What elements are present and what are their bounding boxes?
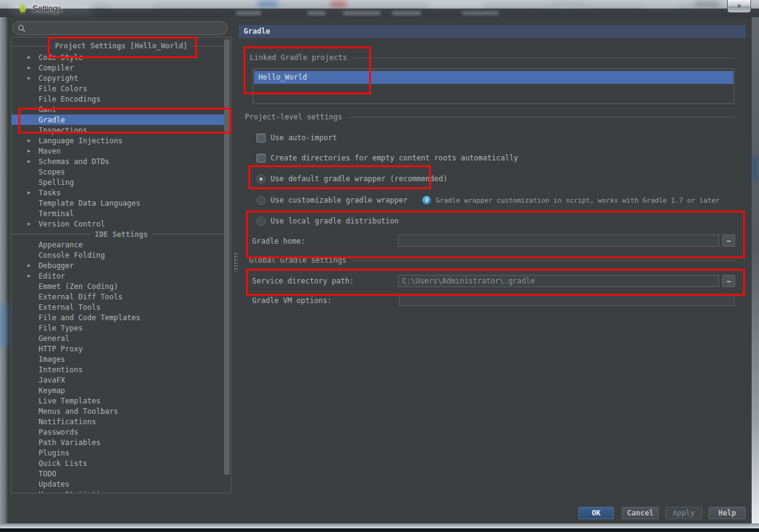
checkbox-use-auto-import[interactable]: Use auto-import	[256, 131, 337, 144]
radio-icon[interactable]	[256, 196, 266, 205]
sidebar-item-tasks[interactable]: ▶Tasks	[12, 187, 231, 198]
apply-button[interactable]: Apply	[665, 507, 702, 519]
sidebar-item-appearance[interactable]: ▶Appearance	[12, 239, 231, 250]
expand-arrow-icon[interactable]: ▶	[28, 138, 39, 143]
sidebar-item-live-templates[interactable]: ▶Live Templates	[12, 395, 231, 406]
sidebar-item-external-tools[interactable]: ▶External Tools	[12, 302, 231, 312]
sidebar-item-file-and-code-templates[interactable]: ▶File and Code Templates	[12, 312, 231, 323]
sidebar-item-code-style[interactable]: ▶Code Style	[12, 52, 231, 62]
sidebar-item-label: Tasks	[39, 189, 61, 197]
sidebar-item-passwords[interactable]: ▶Passwords	[12, 427, 231, 437]
sidebar-item-label: Keymap	[39, 386, 65, 395]
sidebar-item-javafx[interactable]: ▶JavaFX	[12, 375, 231, 385]
sidebar-item-general[interactable]: ▶General	[12, 333, 231, 343]
sidebar-item-copyright[interactable]: ▶Copyright	[12, 73, 231, 83]
sidebar-item-usage-statistics[interactable]: ▶Usage Statistics	[12, 489, 231, 493]
expand-arrow-icon[interactable]: ▶	[28, 263, 39, 268]
sidebar-item-path-variables[interactable]: ▶Path Variables	[12, 437, 231, 448]
group-separator-line	[348, 117, 735, 118]
sidebar-item-label: Gant	[39, 105, 56, 114]
expand-arrow-icon[interactable]: ▶	[28, 75, 39, 81]
radio-icon-selected[interactable]	[256, 174, 266, 184]
help-button[interactable]: Help	[709, 507, 746, 519]
sidebar-item-file-encodings[interactable]: ▶File Encodings	[12, 94, 231, 104]
sidebar-item-file-colors[interactable]: ▶File Colors	[12, 83, 231, 94]
sidebar-item-images[interactable]: ▶Images	[12, 354, 231, 364]
search-input[interactable]	[30, 23, 222, 34]
radio-label: Use default gradle wrapper (recommended)	[271, 174, 447, 183]
service-directory-field[interactable]: C:\Users\Administrator\.gradle	[398, 275, 719, 287]
frame-glow	[1, 303, 7, 347]
checkbox-label: Create directories for empty content roo…	[271, 154, 518, 162]
sidebar-item-quick-lists[interactable]: ▶Quick Lists	[12, 458, 231, 468]
sidebar-item-notifications[interactable]: ▶Notifications	[12, 416, 231, 427]
group-separator-line	[352, 260, 735, 261]
cancel-button[interactable]: Cancel	[622, 507, 659, 519]
sidebar-item-terminal[interactable]: ▶Terminal	[12, 208, 231, 219]
expand-arrow-icon[interactable]: ▶	[28, 159, 39, 164]
separator-line	[12, 234, 91, 234]
sidebar-item-maven[interactable]: ▶Maven	[12, 146, 231, 156]
sidebar-item-plugins[interactable]: ▶Plugins	[12, 448, 231, 458]
sidebar-item-schemas-and-dtds[interactable]: ▶Schemas and DTDs	[12, 156, 231, 167]
titlebar-blur-artifact	[643, 1, 679, 7]
tree-scrollbar[interactable]	[224, 39, 230, 475]
sidebar-item-emmet-zen-coding[interactable]: ▶Emmet (Zen Coding)	[12, 281, 231, 291]
sidebar-item-label: Live Templates	[39, 397, 100, 405]
gradle-home-field[interactable]	[398, 234, 719, 247]
gradle-home-browse-button[interactable]: …	[722, 234, 735, 247]
info-text: Gradle wrapper customization in script, …	[436, 197, 720, 204]
expand-arrow-icon[interactable]: ▶	[28, 273, 39, 279]
sidebar-item-template-data-languages[interactable]: ▶Template Data Languages	[12, 198, 231, 208]
window-frame-left	[0, 17, 7, 523]
expand-arrow-icon[interactable]: ▶	[28, 221, 39, 227]
tree-section-header-project-settings-hello-world: Project Settings [Hello_World]	[12, 40, 231, 52]
sidebar-item-intentions[interactable]: ▶Intentions	[12, 364, 231, 375]
sidebar-item-keymap[interactable]: ▶Keymap	[12, 385, 231, 395]
expand-arrow-icon[interactable]: ▶	[28, 148, 39, 154]
titlebar: Settings ✕	[0, 0, 759, 17]
sidebar-item-compiler[interactable]: ▶Compiler	[12, 62, 231, 73]
sidebar-item-gradle[interactable]: ▶Gradle	[12, 114, 231, 125]
sidebar-item-label: File Colors	[39, 84, 87, 93]
sidebar-item-todo[interactable]: ▶TODO	[12, 468, 231, 479]
sidebar-item-label: Emmet (Zen Coding)	[39, 282, 118, 291]
tree-section-header-ide-settings: IDE Settings	[12, 229, 231, 239]
sidebar-item-scopes[interactable]: ▶Scopes	[12, 167, 231, 177]
checkbox-icon[interactable]	[256, 154, 266, 163]
linked-project-row-hello-world[interactable]: Hello_World	[254, 71, 733, 84]
menu-blur-artifact	[462, 11, 499, 15]
radio-customizable-gradle-wrapper[interactable]: Use customizable gradle wrapper i Gradle…	[256, 193, 720, 207]
sidebar-item-console-folding[interactable]: ▶Console Folding	[12, 250, 231, 260]
sidebar-item-updates[interactable]: ▶Updates	[12, 479, 231, 489]
vm-options-field[interactable]	[399, 294, 735, 306]
checkbox-create-directories[interactable]: Create directories for empty content roo…	[256, 151, 518, 165]
radio-local-gradle-distribution[interactable]: Use local gradle distribution	[256, 214, 399, 228]
sidebar-item-version-control[interactable]: ▶Version Control	[12, 219, 231, 229]
radio-icon[interactable]	[256, 217, 266, 226]
sidebar-item-spelling[interactable]: ▶Spelling	[12, 177, 231, 187]
sidebar-item-editor[interactable]: ▶Editor	[12, 271, 231, 281]
expand-arrow-icon[interactable]: ▶	[28, 190, 39, 195]
sidebar-item-http-proxy[interactable]: ▶HTTP Proxy	[12, 343, 231, 354]
sidebar-item-language-injections[interactable]: ▶Language Injections	[12, 135, 231, 146]
sidebar-item-label: Copyright	[39, 74, 78, 83]
expand-arrow-icon[interactable]: ▶	[28, 54, 39, 60]
sidebar-item-external-diff-tools[interactable]: ▶External Diff Tools	[12, 291, 231, 302]
close-button[interactable]: ✕	[727, 0, 751, 13]
sidebar-item-file-types[interactable]: ▶File Types	[12, 323, 231, 333]
sidebar-item-menus-and-toolbars[interactable]: ▶Menus and Toolbars	[12, 406, 231, 416]
sidebar-item-debugger[interactable]: ▶Debugger	[12, 260, 231, 271]
ok-button[interactable]: OK	[578, 507, 614, 519]
sidebar-item-inspections[interactable]: ▶Inspections	[12, 125, 231, 135]
checkbox-icon[interactable]	[256, 133, 266, 143]
sidebar-item-label: External Diff Tools	[39, 293, 122, 301]
sidebar-item-gant[interactable]: ▶Gant	[12, 104, 231, 114]
service-directory-browse-button[interactable]: …	[722, 275, 735, 287]
radio-default-gradle-wrapper[interactable]: Use default gradle wrapper (recommended)	[256, 172, 447, 185]
sidebar-item-label: HTTP Proxy	[39, 345, 83, 353]
panel-splitter-grip[interactable]	[234, 252, 237, 272]
expand-arrow-icon[interactable]: ▶	[28, 65, 39, 70]
desktop-strip	[0, 528, 759, 532]
titlebar-blur-artifact	[551, 1, 585, 7]
